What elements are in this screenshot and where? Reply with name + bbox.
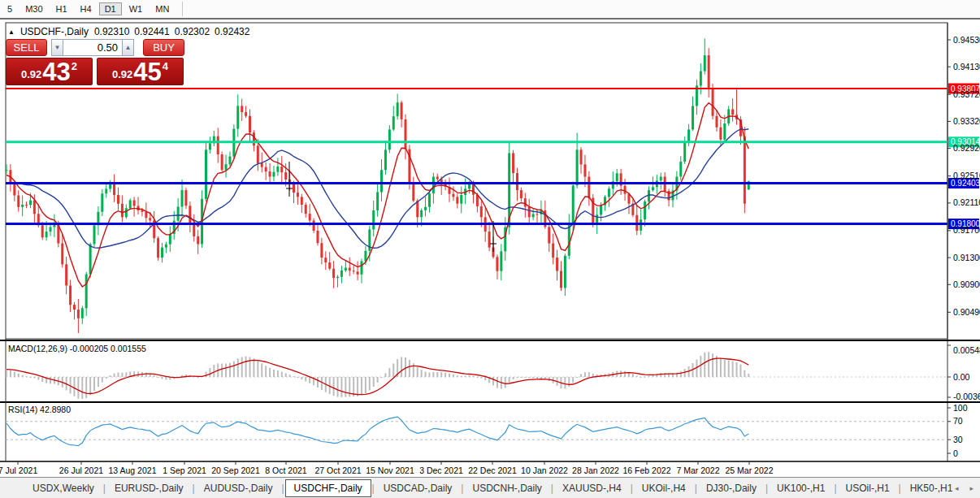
chart-window: 0.938070.930140.924030.918000.945300.941… [0,18,980,479]
chart-canvas[interactable]: 0.938070.930140.924030.918000.945300.941… [0,19,980,479]
volume-stepper: ▼ 0.50 ▲ [51,39,134,56]
tab-separator: | [899,483,901,494]
high-value: 0.92441 [134,26,169,37]
svg-text:0.92920: 0.92920 [953,143,980,153]
tab-separator: | [281,483,284,494]
chart-symbol-label: USDCHF-,Daily [20,26,89,37]
svg-text:0.92110: 0.92110 [953,197,980,207]
buy-button[interactable]: BUY [143,39,184,56]
svg-text:0.91300: 0.91300 [953,253,980,262]
close-value: 0.92432 [215,26,249,37]
volume-decrease-icon[interactable]: ▼ [51,39,63,56]
buy-price-prefix: 0.92 [112,68,132,80]
svg-text:20 Sep 2021: 20 Sep 2021 [211,466,260,475]
tab-scroll-nav: ◂ ▸ [955,484,973,492]
svg-text:0.94130: 0.94130 [953,62,980,71]
svg-text:70: 70 [953,416,963,426]
tab-xauusd-h4[interactable]: XAUUSD-,H4 [554,480,630,496]
svg-text:1 Sep 2021: 1 Sep 2021 [163,466,206,475]
timeframe-button-d1[interactable]: D1 [99,2,122,15]
ohlc-values: 0.92310 0.92441 0.92302 0.92432 [94,26,250,37]
timeframe-button-5[interactable]: 5 [2,2,18,15]
tab-usdcnh-daily[interactable]: USDCNH-,Daily [464,480,549,496]
svg-text:0.00: 0.00 [953,372,970,382]
tab-hk50-h1[interactable]: HK50-,H1 [902,480,961,496]
sell-price-big: 43 [42,62,70,83]
svg-text:13 Aug 2021: 13 Aug 2021 [109,466,157,475]
svg-text:MACD(12,26,9) -0.000205 0.0015: MACD(12,26,9) -0.000205 0.001555 [8,344,146,353]
chart-tab-strip: USDX,Weekly|EURUSD-,Daily|AUDUSD-,Daily|… [0,477,980,498]
tab-separator: | [193,483,195,494]
svg-text:100: 100 [953,403,968,413]
volume-increase-icon[interactable]: ▲ [122,39,134,56]
svg-text:-0.00364: -0.00364 [953,392,980,401]
svg-text:10 Jan 2022: 10 Jan 2022 [521,466,568,475]
tab-usdx-weekly[interactable]: USDX,Weekly [24,480,102,496]
chart-title: ▲ USDCHF-,Daily 0.92310 0.92441 0.92302 … [8,26,249,37]
tab-usoil-h1[interactable]: USOil-,H1 [838,480,898,496]
tab-scroll-left-icon[interactable]: ◂ [955,484,959,492]
svg-text:7 Mar 2022: 7 Mar 2022 [676,466,719,475]
open-value: 0.92310 [94,26,129,37]
buy-price-pip: 4 [163,60,168,72]
tab-scroll-right-icon[interactable]: ▸ [969,484,973,492]
sell-price-pip: 2 [72,60,77,72]
tab-separator: | [551,483,553,494]
one-click-trade-panel: SELL ▼ 0.50 ▲ BUY 0.92 43 2 0.92 45 4 [6,39,184,85]
toolbar-separator [182,2,183,16]
svg-text:0.91700: 0.91700 [953,225,980,235]
svg-text:0.90490: 0.90490 [953,307,980,317]
tab-audusd-daily[interactable]: AUDUSD-,Daily [196,480,281,496]
collapse-trade-panel-icon[interactable]: ▲ [8,28,15,36]
svg-text:0.005489: 0.005489 [953,345,980,355]
svg-text:7 Jul 2021: 7 Jul 2021 [0,466,37,475]
svg-text:8 Oct 2021: 8 Oct 2021 [265,466,307,475]
sell-price-prefix: 0.92 [21,68,41,80]
sell-button[interactable]: SELL [6,39,47,56]
timeframe-button-w1[interactable]: W1 [124,2,149,15]
svg-text:3 Dec 2021: 3 Dec 2021 [419,466,463,475]
svg-text:0.92510: 0.92510 [953,171,980,180]
svg-text:0.90900: 0.90900 [953,279,980,289]
buy-price-big: 45 [133,62,161,83]
timeframe-button-h4[interactable]: H4 [75,2,98,15]
buy-price-display[interactable]: 0.92 45 4 [97,58,184,85]
tab-separator: | [834,483,836,494]
svg-text:30: 30 [953,435,963,444]
svg-text:0.93720: 0.93720 [953,89,980,99]
timeframe-toolbar: 5M30H1H4D1W1MN [0,0,980,18]
svg-text:27 Oct 2021: 27 Oct 2021 [314,466,361,475]
tab-separator: | [372,483,375,494]
svg-text:15 Nov 2021: 15 Nov 2021 [366,466,414,475]
tab-separator: | [461,483,463,494]
svg-text:0: 0 [953,448,958,458]
tab-ukoil-h4[interactable]: UKOil-,H4 [634,480,694,496]
tab-uk100-h1[interactable]: UK100-,H1 [769,480,833,496]
tab-separator: | [631,483,633,494]
timeframe-button-h1[interactable]: H1 [50,2,73,15]
sell-price-display[interactable]: 0.92 43 2 [6,58,93,85]
tab-eurusd-daily[interactable]: EURUSD-,Daily [106,480,192,496]
svg-text:26 Jul 2021: 26 Jul 2021 [59,466,103,475]
tab-usdcad-daily[interactable]: USDCAD-,Daily [375,480,461,496]
svg-text:22 Dec 2021: 22 Dec 2021 [468,466,517,475]
svg-text:16 Feb 2022: 16 Feb 2022 [623,466,671,475]
tab-separator: | [695,483,697,494]
svg-text:RSI(14) 42.8980: RSI(14) 42.8980 [8,405,71,414]
volume-input[interactable]: 0.50 [63,39,122,56]
timeframe-button-mn[interactable]: MN [150,2,175,15]
svg-text:0.93320: 0.93320 [953,116,980,126]
timeframe-button-m30[interactable]: M30 [20,2,48,15]
svg-text:25 Mar 2022: 25 Mar 2022 [726,466,774,475]
svg-text:0.94530: 0.94530 [953,35,980,45]
tab-separator: | [765,483,768,494]
tab-usdchf-daily[interactable]: USDCHF-,Daily [285,479,371,497]
tab-separator: | [103,483,106,494]
low-value: 0.92302 [175,26,210,37]
tab-dj30-daily[interactable]: DJ30-,Daily [698,480,765,496]
svg-text:28 Jan 2022: 28 Jan 2022 [572,466,619,475]
